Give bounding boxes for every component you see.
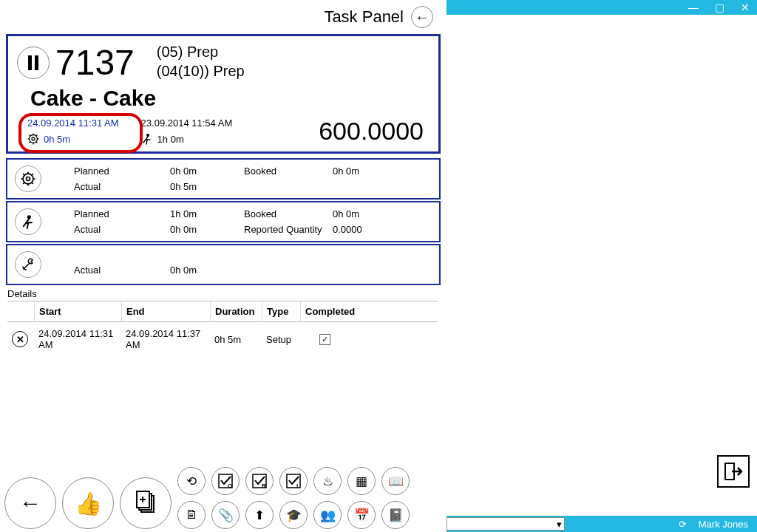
- status-dropdown[interactable]: ▾: [447, 517, 565, 531]
- book-button[interactable]: 📖: [381, 467, 410, 495]
- setup-start-date: 24.09.2014 11:31 AM: [27, 117, 119, 129]
- add-document-button[interactable]: [120, 477, 172, 529]
- document-icon: 🗎: [186, 508, 198, 522]
- upload-icon: ⬆: [254, 508, 265, 523]
- check-i-button[interactable]: I: [279, 467, 308, 495]
- table-row[interactable]: ✕ 24.09.2014 11:31 AM 24.09.2014 11:37 A…: [7, 322, 438, 356]
- arrow-left-icon: ←: [415, 9, 430, 26]
- job-card: 7137 (05) Prep (04(10)) Prep Cake - Cake…: [6, 34, 441, 154]
- col-type[interactable]: Type: [262, 301, 300, 321]
- wrench-icon: [21, 257, 35, 272]
- back-button[interactable]: ←: [411, 6, 433, 28]
- prep-info: (05) Prep (04(10)) Prep: [157, 42, 245, 83]
- pause-button[interactable]: [17, 47, 50, 79]
- svg-line-8: [30, 135, 31, 137]
- check-r-button[interactable]: R: [245, 467, 274, 495]
- cell-start: 24.09.2014 11:31 AM: [34, 325, 121, 353]
- svg-text:R: R: [262, 482, 266, 489]
- people-icon: 👥: [320, 508, 336, 523]
- svg-text:I: I: [296, 482, 298, 489]
- svg-point-3: [32, 137, 35, 140]
- run-start-date: 23.09.2014 11:54 AM: [141, 117, 233, 129]
- current-user: Mark Jones: [694, 519, 757, 530]
- refresh-button[interactable]: ⟲: [177, 467, 206, 495]
- upload-button[interactable]: ⬆: [245, 501, 274, 529]
- setup-duration: 0h 5m: [44, 134, 70, 145]
- value-actual: 0h 0m: [170, 265, 244, 278]
- col-start[interactable]: Start: [34, 301, 121, 321]
- back-big-button[interactable]: ←: [4, 477, 56, 529]
- value-reported-qty: 0.0000: [333, 224, 407, 235]
- calendar-icon: 📅: [354, 508, 370, 523]
- details-title: Details: [7, 288, 439, 299]
- svg-line-10: [30, 142, 31, 143]
- delete-row-button[interactable]: ✕: [12, 331, 28, 347]
- run-button[interactable]: [15, 208, 41, 235]
- quantity-value: 600.0000: [319, 117, 430, 146]
- gear-icon: [27, 133, 39, 145]
- svg-line-19: [23, 174, 24, 175]
- education-button[interactable]: 🎓: [279, 501, 308, 529]
- value-booked: 0h 0m: [333, 166, 407, 177]
- tool-section: Actual 0h 0m: [6, 244, 441, 285]
- refresh-icon: ⟲: [186, 474, 197, 489]
- svg-line-20: [32, 183, 33, 184]
- window-titlebar: — ▢ ✕: [447, 0, 757, 15]
- close-button[interactable]: ✕: [741, 2, 750, 13]
- page-title: Task Panel: [324, 7, 404, 27]
- label-actual: Actual: [74, 181, 170, 192]
- check-o-button[interactable]: O: [211, 467, 240, 495]
- label-planned: Planned: [74, 208, 170, 219]
- list-button[interactable]: ▦: [347, 467, 376, 495]
- item-name: Cake - Cake: [8, 86, 438, 114]
- exit-icon: [723, 461, 744, 482]
- check-o-icon: O: [217, 473, 234, 489]
- label-booked: Booked: [244, 166, 333, 177]
- svg-text:O: O: [228, 482, 232, 489]
- panel-header: Task Panel ←: [0, 0, 447, 34]
- col-duration[interactable]: Duration: [210, 301, 262, 321]
- list-icon: ▦: [356, 474, 367, 489]
- exit-button[interactable]: [717, 455, 750, 488]
- document-button[interactable]: 🗎: [177, 501, 206, 529]
- setup-button[interactable]: [15, 166, 41, 192]
- tool-button[interactable]: [15, 251, 41, 278]
- run-duration: 1h 0m: [157, 134, 184, 145]
- label-planned: Planned: [74, 166, 170, 177]
- status-refresh-button[interactable]: ⟳: [671, 519, 694, 530]
- calendar-button[interactable]: 📅: [347, 501, 376, 529]
- bottom-toolbar: ← 👍 ⟲ 🗎 O 📎 R ⬆ I 🎓 ♨ 👥 ▦ 📅 📖 📓: [4, 467, 410, 529]
- steam-icon: ♨: [322, 474, 333, 489]
- label-actual: Actual: [74, 224, 170, 235]
- maximize-button[interactable]: ▢: [715, 2, 724, 13]
- check-icon: ✓: [322, 335, 328, 344]
- svg-rect-1: [35, 55, 38, 70]
- value-actual: 0h 0m: [170, 224, 244, 235]
- svg-line-21: [23, 183, 24, 184]
- cell-duration: 0h 5m: [210, 331, 262, 348]
- col-end[interactable]: End: [121, 301, 210, 321]
- minimize-button[interactable]: —: [688, 2, 699, 13]
- graduation-icon: 🎓: [286, 508, 302, 523]
- notebook-icon: 📓: [388, 508, 404, 523]
- arrow-left-icon: ←: [19, 491, 41, 516]
- x-icon: ✕: [16, 334, 24, 345]
- svg-rect-0: [28, 55, 32, 70]
- col-completed[interactable]: Completed: [300, 301, 367, 321]
- completed-checkbox[interactable]: ✓: [319, 334, 330, 345]
- notebook-button[interactable]: 📓: [381, 501, 410, 529]
- prep-line-1: (05) Prep: [157, 42, 245, 61]
- table-header: Start End Duration Type Completed: [7, 301, 438, 322]
- steam-button[interactable]: ♨: [313, 467, 342, 495]
- label-actual: Actual: [74, 265, 170, 278]
- svg-point-14: [27, 177, 30, 181]
- chevron-down-icon: ▾: [557, 519, 562, 530]
- thumbs-up-button[interactable]: 👍: [62, 477, 114, 529]
- svg-line-22: [32, 174, 33, 175]
- gear-icon: [21, 171, 35, 186]
- value-booked: 0h 0m: [333, 208, 407, 219]
- details-table: Start End Duration Type Completed ✕ 24.0…: [7, 301, 438, 356]
- attachment-button[interactable]: 📎: [211, 501, 240, 529]
- svg-line-9: [36, 142, 38, 143]
- people-button[interactable]: 👥: [313, 501, 342, 529]
